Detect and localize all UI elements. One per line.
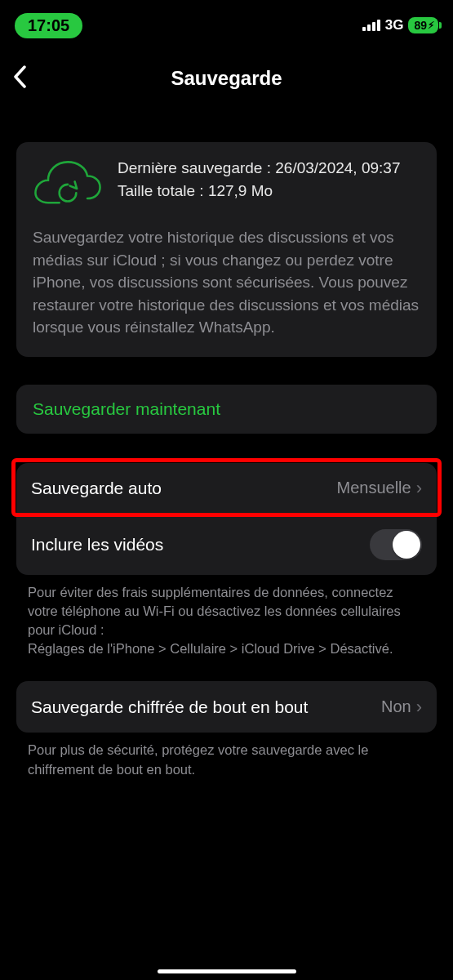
charging-icon: ⚡︎: [428, 20, 434, 31]
toggle-knob: [393, 531, 420, 559]
auto-backup-value: Mensuelle: [337, 479, 411, 497]
network-label: 3G: [385, 17, 404, 33]
status-right: 3G 89⚡︎: [362, 17, 438, 33]
backup-info-card: Dernière sauvegarde : 26/03/2024, 09:37 …: [16, 142, 437, 357]
e2e-footer: Pour plus de sécurité, protégez votre sa…: [16, 733, 437, 778]
status-time: 17:05: [15, 13, 82, 38]
e2e-encryption-label: Sauvegarde chiffrée de bout en bout: [31, 696, 371, 718]
status-bar: 17:05 3G 89⚡︎: [0, 0, 453, 41]
chevron-right-icon: ›: [416, 478, 422, 499]
include-videos-toggle[interactable]: [370, 529, 422, 560]
total-size-line: Taille totale : 127,9 Mo: [118, 180, 400, 203]
e2e-encryption-value: Non: [381, 697, 411, 716]
page-title: Sauvegarde: [171, 67, 282, 90]
backup-now-button[interactable]: Sauvegarder maintenant: [16, 385, 437, 434]
e2e-encryption-row[interactable]: Sauvegarde chiffrée de bout en bout Non …: [16, 681, 437, 733]
signal-strength-icon: [362, 20, 380, 31]
chevron-right-icon: ›: [416, 697, 422, 718]
include-videos-label: Inclure les vidéos: [31, 535, 163, 555]
nav-header: Sauvegarde: [0, 62, 453, 95]
chevron-left-icon: [13, 65, 26, 88]
auto-backup-label: Sauvegarde auto: [31, 479, 162, 498]
settings-group-1: Sauvegarde auto Mensuelle › Inclure les …: [16, 463, 437, 575]
back-button[interactable]: [7, 61, 33, 96]
cloud-backup-icon: [33, 158, 103, 213]
settings-group-2: Sauvegarde chiffrée de bout en bout Non …: [16, 681, 437, 733]
auto-backup-row[interactable]: Sauvegarde auto Mensuelle ›: [16, 463, 437, 514]
data-usage-footer: Pour éviter des frais supplémentaires de…: [16, 575, 437, 658]
battery-indicator: 89⚡︎: [408, 17, 438, 33]
backup-description: Sauvegardez votre historique des discuss…: [33, 226, 420, 339]
include-videos-row: Inclure les vidéos: [16, 514, 437, 575]
home-indicator[interactable]: [158, 969, 296, 973]
battery-percent: 89: [414, 19, 427, 32]
backup-now-label: Sauvegarder maintenant: [33, 399, 220, 418]
last-backup-line: Dernière sauvegarde : 26/03/2024, 09:37: [118, 157, 400, 180]
